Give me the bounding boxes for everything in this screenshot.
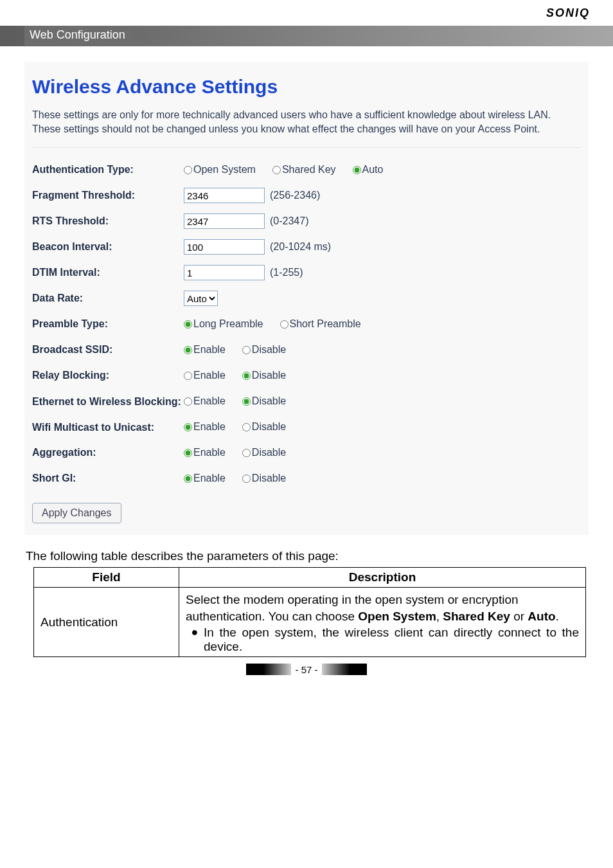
relay-enable-option[interactable]: Enable: [184, 370, 226, 381]
rts-label: RTS Threshold:: [32, 215, 184, 227]
auth-type-label: Authentication Type:: [32, 164, 184, 176]
bssid-disable-text: Disable: [252, 344, 286, 356]
mcast-disable-radio[interactable]: [242, 423, 251, 431]
eth2w-disable-text: Disable: [252, 395, 286, 407]
preamble-long-option[interactable]: Long Preamble: [184, 318, 263, 330]
eth2w-enable-option[interactable]: Enable: [184, 395, 226, 407]
bssid-enable-text: Enable: [193, 344, 226, 356]
th-field: Field: [34, 568, 179, 588]
divider: [32, 147, 581, 148]
beacon-input[interactable]: [184, 239, 265, 255]
desc-text: ,: [436, 610, 443, 623]
parameters-table: Field Description Authentication Select …: [33, 567, 586, 657]
dtim-input[interactable]: [184, 265, 265, 280]
table-intro: The following table describes the parame…: [26, 549, 589, 563]
auth-shared-radio[interactable]: [272, 166, 281, 174]
desc-bullet: ● In the open system, the wireless clien…: [186, 626, 579, 654]
preamble-long-radio[interactable]: [184, 320, 192, 329]
rts-input[interactable]: [184, 213, 265, 229]
relay-enable-text: Enable: [193, 370, 226, 381]
relay-disable-option[interactable]: Disable: [242, 370, 286, 381]
table-row: Authentication Select the modem operatin…: [34, 588, 586, 657]
aggr-disable-text: Disable: [252, 447, 286, 458]
desc-text: or: [510, 610, 528, 623]
sgi-enable-text: Enable: [193, 473, 226, 484]
auth-auto-option[interactable]: Auto: [353, 164, 384, 176]
eth2w-enable-text: Enable: [193, 395, 226, 407]
mcast-enable-option[interactable]: Enable: [184, 421, 226, 433]
relay-enable-radio[interactable]: [184, 372, 192, 380]
auth-open-radio[interactable]: [184, 166, 192, 174]
page-title: Wireless Advance Settings: [32, 76, 581, 98]
frag-label: Fragment Threshold:: [32, 190, 184, 201]
brand-logo: SONIQ: [546, 6, 590, 20]
data-rate-label: Data Rate:: [32, 293, 184, 304]
mcast-disable-text: Disable: [252, 421, 286, 433]
bssid-label: Broadcast SSID:: [32, 344, 184, 356]
auth-auto-text: Auto: [362, 164, 384, 176]
data-rate-select[interactable]: Auto: [184, 291, 218, 306]
footer-decor-right: [322, 664, 367, 675]
table-header-row: Field Description: [34, 568, 586, 588]
th-description: Description: [179, 568, 586, 588]
mcast-disable-option[interactable]: Disable: [242, 421, 286, 433]
desc-bold: Open System: [358, 610, 436, 623]
beacon-label: Beacon Interval:: [32, 241, 184, 253]
cell-description: Select the modem operating in the open s…: [179, 588, 586, 657]
mcast-enable-radio[interactable]: [184, 423, 192, 431]
aggr-disable-radio[interactable]: [242, 449, 251, 457]
auth-open-text: Open System: [193, 164, 256, 176]
mcast-label: Wifi Multicast to Unicast:: [32, 421, 184, 433]
beacon-range: (20-1024 ms): [270, 241, 331, 253]
aggr-enable-option[interactable]: Enable: [184, 447, 226, 458]
relay-label: Relay Blocking:: [32, 370, 184, 381]
bssid-enable-option[interactable]: Enable: [184, 344, 226, 356]
dtim-label: DTIM Interval:: [32, 267, 184, 278]
frag-input[interactable]: [184, 188, 265, 203]
tab-bar: Web Configuration: [0, 26, 613, 46]
page-description: These settings are only for more technic…: [32, 108, 581, 136]
bssid-enable-radio[interactable]: [184, 346, 192, 354]
mcast-enable-text: Enable: [193, 421, 226, 433]
footer-decor-left: [246, 664, 291, 675]
frag-range: (256-2346): [270, 190, 320, 201]
aggr-disable-option[interactable]: Disable: [242, 447, 286, 458]
auth-auto-radio[interactable]: [353, 166, 361, 174]
bullet-icon: ●: [186, 626, 204, 654]
sgi-disable-text: Disable: [252, 473, 286, 484]
dtim-range: (1-255): [270, 267, 303, 278]
bssid-disable-option[interactable]: Disable: [242, 344, 286, 356]
relay-disable-radio[interactable]: [242, 372, 251, 380]
preamble-short-option[interactable]: Short Preamble: [280, 318, 361, 330]
eth2w-disable-radio[interactable]: [242, 397, 251, 406]
page-footer: - 57 -: [24, 661, 589, 678]
tab-web-configuration: Web Configuration: [24, 26, 133, 46]
aggr-enable-radio[interactable]: [184, 449, 192, 457]
sgi-disable-radio[interactable]: [242, 475, 251, 483]
auth-shared-option[interactable]: Shared Key: [272, 164, 336, 176]
sgi-disable-option[interactable]: Disable: [242, 473, 286, 484]
preamble-short-text: Short Preamble: [290, 318, 361, 330]
eth2w-enable-radio[interactable]: [184, 397, 192, 406]
desc-line: Select the modem operating in the open s…: [186, 592, 579, 624]
preamble-long-text: Long Preamble: [193, 318, 263, 330]
aggr-enable-text: Enable: [193, 447, 226, 458]
preamble-short-radio[interactable]: [280, 320, 289, 329]
eth2w-label: Ethernet to Wireless Blocking:: [32, 395, 184, 408]
cell-field: Authentication: [34, 588, 179, 657]
aggr-label: Aggregation:: [32, 447, 184, 458]
auth-open-option[interactable]: Open System: [184, 164, 256, 176]
desc-bold: Shared Key: [443, 610, 510, 623]
auth-shared-text: Shared Key: [282, 164, 336, 176]
rts-range: (0-2347): [270, 215, 308, 227]
sgi-enable-radio[interactable]: [184, 475, 192, 483]
desc-bold: Auto: [528, 610, 555, 623]
eth2w-disable-option[interactable]: Disable: [242, 395, 286, 407]
bssid-disable-radio[interactable]: [242, 346, 251, 354]
desc-text: .: [556, 610, 559, 623]
sgi-label: Short GI:: [32, 473, 184, 484]
apply-changes-button[interactable]: Apply Changes: [32, 503, 121, 523]
bullet-text: In the open system, the wireless client …: [204, 626, 579, 654]
page-number: - 57 -: [295, 664, 317, 675]
sgi-enable-option[interactable]: Enable: [184, 473, 226, 484]
